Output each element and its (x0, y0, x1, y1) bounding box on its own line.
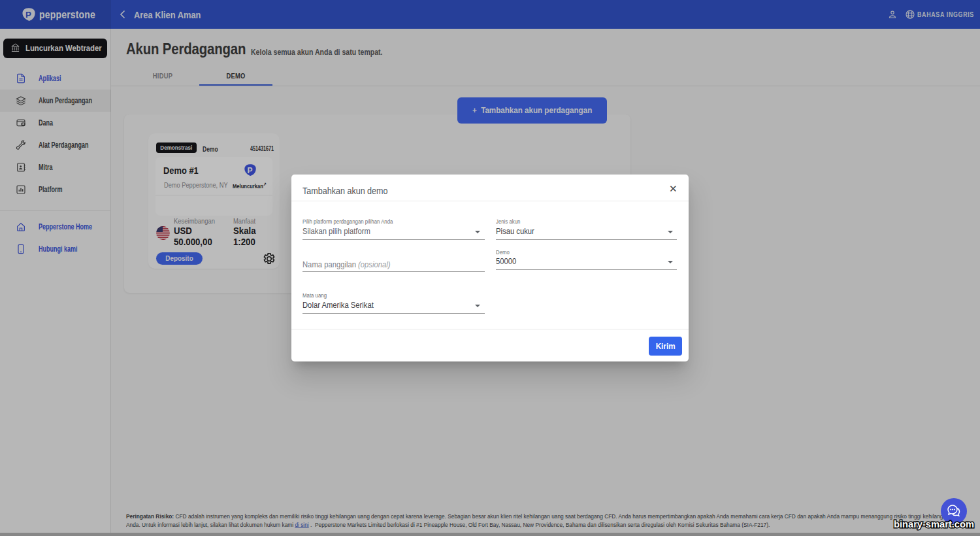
svg-text:binary-smart.com: binary-smart.com (894, 518, 974, 529)
